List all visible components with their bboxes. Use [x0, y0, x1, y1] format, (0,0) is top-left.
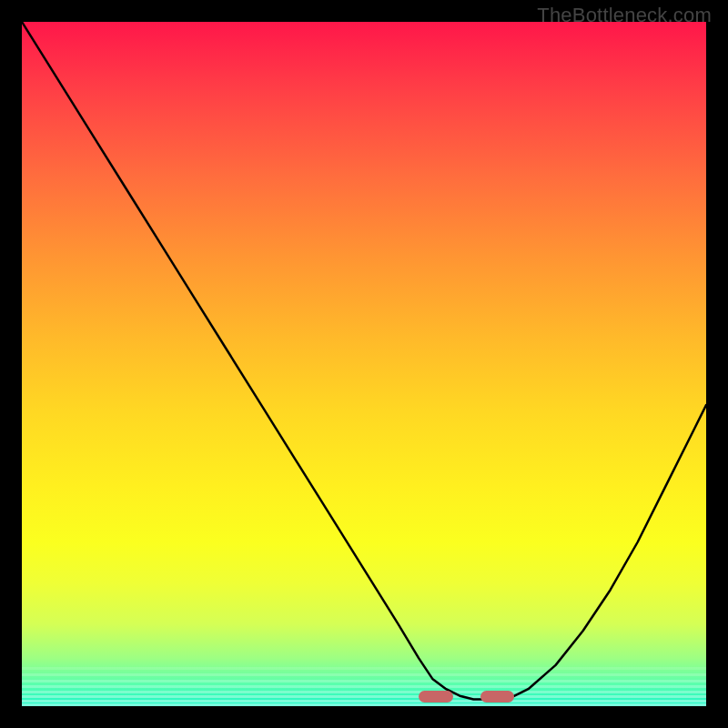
plot-area — [22, 22, 706, 706]
curve-svg — [22, 22, 706, 706]
range-marker — [419, 691, 453, 703]
chart-frame: TheBottleneck.com — [0, 0, 728, 728]
range-marker — [480, 691, 515, 703]
bottleneck-curve — [22, 22, 706, 700]
